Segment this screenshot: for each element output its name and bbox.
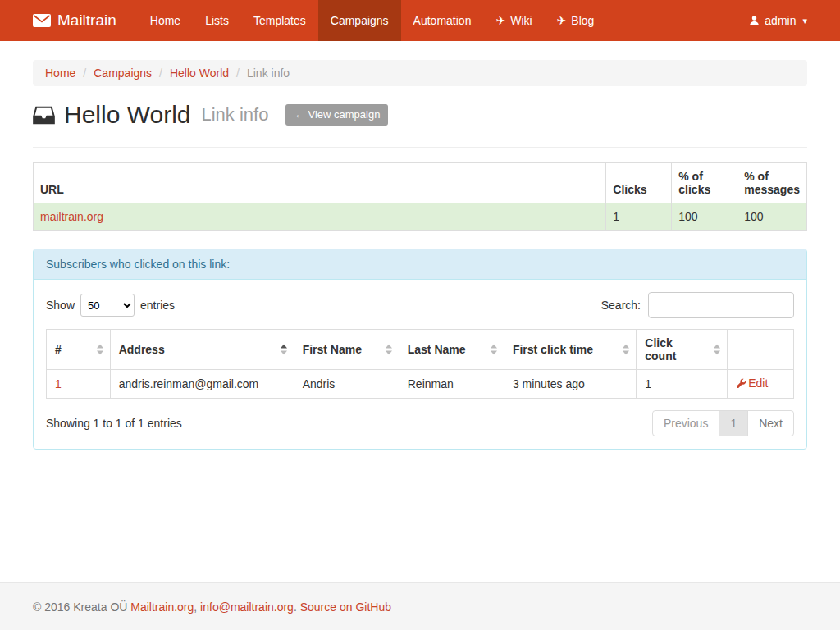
breadcrumb-link-home[interactable]: Home	[45, 66, 75, 80]
col-header-clicks: Clicks	[606, 163, 672, 203]
inbox-icon	[33, 105, 55, 126]
page-heading: Hello World Link info ← View campaign	[33, 101, 807, 129]
cell-pct-messages: 100	[737, 203, 807, 231]
col-header-pct-clicks: % of clicks	[672, 163, 737, 203]
cell-last-name: Reinman	[399, 370, 504, 399]
cell-first-name: Andris	[294, 370, 399, 399]
sort-icon	[622, 345, 630, 355]
nav-label: Wiki	[510, 14, 532, 27]
show-label: Show	[46, 299, 75, 312]
footer-separator: .	[294, 600, 300, 614]
nav-item-blog: ✈Blog	[545, 0, 607, 41]
nav-link-home[interactable]: Home	[138, 0, 193, 41]
page-content: Home Campaigns Hello World Link info Hel…	[0, 60, 840, 450]
sort-icon	[713, 345, 721, 355]
nav-item-automation: Automation	[401, 0, 484, 41]
page-title: Hello World	[64, 101, 191, 129]
subscribers-header-row: # Address First Name Last Name First cli…	[47, 330, 794, 370]
search-control: Search:	[601, 292, 794, 318]
mailtrain-org-link[interactable]: Mailtrain.org	[130, 600, 194, 614]
search-input[interactable]	[648, 292, 794, 318]
cell-pct-clicks: 100	[672, 203, 737, 231]
col-header-label: First Name	[303, 343, 362, 356]
nav-item-home: Home	[138, 0, 193, 41]
url-link[interactable]: mailtrain.org	[40, 210, 103, 223]
datatable-controls: Show 50 entries Search:	[46, 292, 794, 318]
github-source-link[interactable]: Source on GitHub	[300, 600, 391, 614]
breadcrumb-campaigns: Campaigns	[75, 66, 152, 80]
breadcrumb-link-hello-world[interactable]: Hello World	[170, 66, 229, 80]
pagination-previous[interactable]: Previous	[652, 410, 719, 436]
col-header-label: Address	[119, 343, 165, 356]
mailtrain-link-info-page: Mailtrain Home Lists Templates Campaigns…	[0, 0, 840, 630]
col-header-label: First click time	[513, 343, 593, 356]
breadcrumb-home: Home	[45, 66, 75, 80]
sort-icon	[490, 345, 498, 355]
top-navbar: Mailtrain Home Lists Templates Campaigns…	[0, 0, 840, 41]
nav-item-lists: Lists	[193, 0, 241, 41]
col-header-first-name[interactable]: First Name	[294, 330, 399, 370]
nav-label: Lists	[205, 14, 229, 27]
page-length-select[interactable]: 50	[80, 294, 135, 317]
nav-link-blog[interactable]: ✈Blog	[545, 0, 607, 41]
search-label: Search:	[601, 299, 641, 312]
panel-heading: Subscribers who clicked on this link:	[34, 249, 806, 280]
brand-link[interactable]: Mailtrain	[33, 0, 116, 41]
cell-url: mailtrain.org	[34, 203, 606, 231]
page-subtitle: Link info	[202, 104, 269, 126]
breadcrumb-current: Link info	[229, 66, 290, 80]
cell-num: 1	[47, 370, 111, 399]
pagination-page-1[interactable]: 1	[719, 410, 748, 436]
pagination: Previous 1 Next	[652, 410, 794, 436]
cell-clicks: 1	[606, 203, 672, 231]
email-link[interactable]: info@mailtrain.org	[200, 600, 294, 614]
nav-link-lists[interactable]: Lists	[193, 0, 241, 41]
nav-label: Blog	[571, 14, 594, 27]
breadcrumb-hello-world: Hello World	[152, 66, 229, 80]
panel-body: Show 50 entries Search: #	[34, 280, 806, 449]
links-table: URL Clicks % of clicks % of messages mai…	[33, 162, 807, 231]
view-campaign-label: View campaign	[308, 108, 380, 121]
col-header-label: Last Name	[408, 343, 466, 356]
subscribers-table: # Address First Name Last Name First cli…	[46, 329, 794, 399]
nav-link-campaigns[interactable]: Campaigns	[318, 0, 401, 41]
nav-item-templates: Templates	[241, 0, 318, 41]
nav-label: Automation	[413, 14, 472, 27]
breadcrumb: Home Campaigns Hello World Link info	[33, 60, 807, 86]
col-header-address[interactable]: Address	[110, 330, 294, 370]
breadcrumb-link-campaigns[interactable]: Campaigns	[94, 66, 152, 80]
pagination-next[interactable]: Next	[747, 410, 794, 436]
main-nav: Home Lists Templates Campaigns Automatio…	[138, 0, 607, 41]
sort-icon	[385, 345, 393, 355]
col-header-last-name[interactable]: Last Name	[399, 330, 504, 370]
brand-label: Mailtrain	[57, 11, 116, 30]
edit-link[interactable]: Edit	[736, 377, 768, 390]
user-menu[interactable]: admin ▾	[749, 14, 807, 27]
cell-actions: Edit	[728, 370, 794, 399]
cell-first-click-time: 3 minutes ago	[504, 370, 636, 399]
col-header-label: #	[55, 343, 62, 356]
caret-down-icon: ▾	[802, 16, 807, 26]
cell-address: andris.reinman@gmail.com	[110, 370, 294, 399]
col-header-url: URL	[34, 163, 606, 203]
links-table-header-row: URL Clicks % of clicks % of messages	[34, 163, 807, 203]
copyright-text: © 2016 Kreata OÜ	[33, 600, 130, 614]
nav-item-wiki: ✈Wiki	[483, 0, 544, 41]
col-header-actions	[728, 330, 794, 370]
nav-link-automation[interactable]: Automation	[401, 0, 484, 41]
col-header-first-click-time[interactable]: First click time	[504, 330, 636, 370]
user-label: admin	[765, 14, 796, 27]
view-campaign-button[interactable]: ← View campaign	[285, 104, 388, 126]
navbar-right: admin ▾	[749, 0, 807, 41]
col-header-label: Click count	[645, 336, 676, 363]
col-header-click-count[interactable]: Click count	[637, 330, 728, 370]
nav-link-wiki[interactable]: ✈Wiki	[483, 0, 544, 41]
page-length-control: Show 50 entries	[46, 294, 175, 317]
col-header-num[interactable]: #	[47, 330, 111, 370]
table-row: 1 andris.reinman@gmail.com Andris Reinma…	[47, 370, 794, 399]
envelope-icon	[33, 14, 51, 27]
wrench-icon	[736, 378, 746, 389]
sort-icon	[96, 345, 104, 355]
nav-link-templates[interactable]: Templates	[241, 0, 318, 41]
cell-click-count: 1	[637, 370, 728, 399]
